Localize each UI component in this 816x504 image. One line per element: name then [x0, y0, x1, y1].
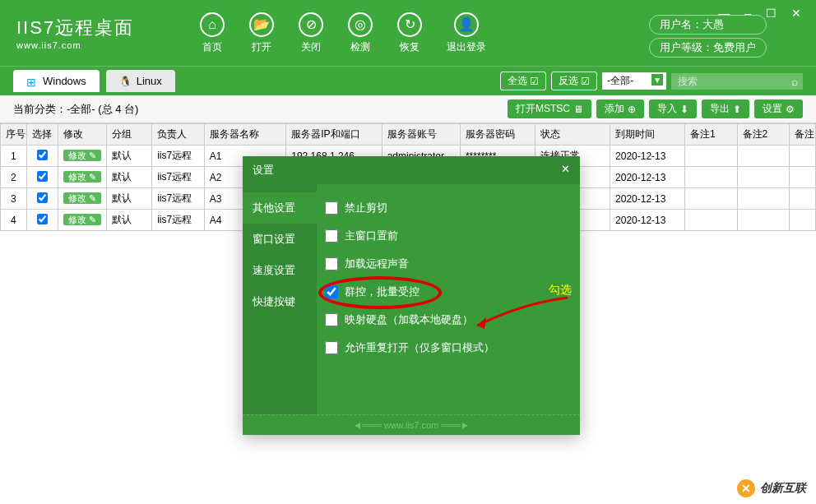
- row-checkbox[interactable]: [37, 150, 48, 160]
- cell-r1: [685, 210, 738, 231]
- plus-icon: ⊕: [628, 104, 636, 115]
- modal-tab-window[interactable]: 窗口设置: [243, 224, 317, 255]
- modify-button[interactable]: 修改: [63, 192, 101, 204]
- table-header-row: 序号 选择 修改 分组 负责人 服务器名称 服务器IP和端口 服务器账号 服务器…: [1, 124, 816, 146]
- watermark-icon: ✕: [737, 479, 755, 497]
- add-button[interactable]: 添加⊕: [596, 99, 644, 118]
- nav-recover[interactable]: ↻恢复: [397, 12, 422, 54]
- cell-select: [26, 188, 58, 210]
- row-checkbox[interactable]: [37, 214, 48, 224]
- modal-tab-shortcut[interactable]: 快捷按键: [243, 286, 317, 317]
- modal-close-icon[interactable]: ✕: [561, 163, 570, 178]
- cell-modify: 修改: [58, 146, 106, 167]
- invert-select-button[interactable]: 反选 ☑: [551, 72, 597, 90]
- open-icon: 📂: [249, 12, 274, 37]
- checkbox-main-top[interactable]: [325, 229, 338, 243]
- window-minimize-icon[interactable]: –: [744, 7, 751, 20]
- opt-remote-sound[interactable]: 加载远程声音: [325, 257, 572, 271]
- cell-group: 默认: [107, 210, 152, 231]
- cell-date: 2020-12-13: [610, 210, 685, 231]
- th-seq: 序号: [1, 124, 27, 146]
- th-remark2: 备注2: [737, 124, 790, 146]
- th-modify: 修改: [58, 124, 106, 146]
- modify-button[interactable]: 修改: [63, 214, 101, 225]
- app-header: IIS7远程桌面 www.iis7.com ⌂首页 📂打开 ⊘关闭 ◎检测 ↻恢…: [0, 0, 816, 66]
- export-icon: ⬆: [733, 104, 741, 115]
- nav-close[interactable]: ⊘关闭: [299, 12, 323, 54]
- settings-button[interactable]: 设置⚙: [754, 99, 803, 118]
- window-close-icon[interactable]: ✕: [791, 7, 801, 20]
- cell-modify: 修改: [58, 210, 106, 231]
- opt-allow-repeat[interactable]: 允许重复打开（仅多窗口模式）: [325, 340, 572, 355]
- th-remark1: 备注1: [685, 124, 738, 146]
- recover-icon: ↻: [397, 12, 422, 37]
- import-button[interactable]: 导入⬇: [649, 99, 697, 118]
- cell-r3: [790, 167, 816, 188]
- cell-r1: [685, 188, 738, 210]
- window-dash-icon[interactable]: —: [718, 7, 730, 20]
- linux-icon: [119, 75, 132, 87]
- checkbox-allow-repeat[interactable]: [325, 341, 338, 354]
- settings-modal: 设置 ✕ 其他设置 窗口设置 速度设置 快捷按键 禁止剪切 主窗口置前 加载远程…: [243, 156, 580, 435]
- cell-r2: [737, 146, 790, 167]
- cell-group: 默认: [107, 188, 152, 210]
- tab-windows[interactable]: Windows: [13, 70, 100, 92]
- cell-select: [26, 146, 58, 167]
- cell-r2: [737, 210, 790, 231]
- checkbox-group-control[interactable]: [325, 285, 338, 298]
- modal-tab-speed[interactable]: 速度设置: [243, 255, 317, 286]
- search-input[interactable]: [671, 73, 803, 90]
- opt-disable-cut[interactable]: 禁止剪切: [325, 201, 572, 215]
- modal-sidebar: 其他设置 窗口设置 速度设置 快捷按键: [243, 184, 317, 414]
- cell-date: 2020-12-13: [610, 188, 685, 210]
- checkbox-remote-sound[interactable]: [325, 257, 338, 270]
- export-button[interactable]: 导出⬆: [702, 99, 749, 118]
- modify-button[interactable]: 修改: [63, 171, 101, 183]
- cell-seq: 2: [1, 167, 27, 188]
- select-all-button[interactable]: 全选 ☑: [500, 72, 546, 90]
- cell-date: 2020-12-13: [610, 146, 685, 167]
- cell-seq: 3: [1, 188, 27, 210]
- opt-main-top[interactable]: 主窗口置前: [325, 229, 572, 243]
- th-group: 分组: [107, 124, 152, 146]
- row-checkbox[interactable]: [37, 192, 48, 203]
- cell-r3: [790, 210, 816, 231]
- th-remark3: 备注: [790, 124, 816, 146]
- tab-linux[interactable]: Linux: [106, 70, 175, 92]
- window-maximize-icon[interactable]: ☐: [766, 7, 777, 20]
- th-select: 选择: [26, 124, 58, 146]
- window-controls: — – ☐ ✕: [718, 7, 801, 20]
- row-checkbox[interactable]: [37, 171, 48, 182]
- cell-r3: [790, 146, 816, 167]
- cell-date: 2020-12-13: [610, 167, 685, 188]
- cell-r2: [737, 188, 790, 210]
- cell-owner: iis7远程: [152, 210, 205, 231]
- cell-owner: iis7远程: [152, 146, 205, 167]
- nav-logout[interactable]: 👤退出登录: [447, 12, 486, 54]
- th-status: 状态: [536, 124, 610, 146]
- modal-tab-other[interactable]: 其他设置: [243, 192, 317, 224]
- cell-seq: 1: [1, 146, 27, 167]
- nav-detect[interactable]: ◎检测: [348, 12, 373, 54]
- modal-footer: ◄═══ www.iis7.com ═══►: [243, 414, 580, 435]
- checkbox-map-disk[interactable]: [325, 313, 338, 326]
- th-expiry: 到期时间: [610, 124, 685, 146]
- toolbar: Windows Linux 全选 ☑ 反选 ☑ -全部-: [0, 66, 816, 95]
- import-icon: ⬇: [680, 104, 688, 115]
- cell-group: 默认: [107, 146, 152, 167]
- gear-icon: ⚙: [786, 104, 795, 115]
- nav-home[interactable]: ⌂首页: [200, 12, 225, 54]
- checkbox-disable-cut[interactable]: [325, 201, 338, 215]
- th-name: 服务器名称: [204, 124, 286, 146]
- th-owner: 负责人: [152, 124, 205, 146]
- cell-r1: [685, 167, 738, 188]
- cell-modify: 修改: [58, 167, 106, 188]
- nav-open[interactable]: 📂打开: [249, 12, 274, 54]
- modify-button[interactable]: 修改: [63, 150, 101, 161]
- cell-group: 默认: [107, 167, 152, 188]
- filter-select[interactable]: -全部-: [602, 72, 666, 90]
- opt-group-control[interactable]: 群控，批量受控: [325, 284, 572, 299]
- logo-subtitle: www.iis7.com: [16, 40, 134, 50]
- open-mstsc-button[interactable]: 打开MSTSC🖥: [508, 99, 591, 118]
- opt-map-disk[interactable]: 映射硬盘（加载本地硬盘）: [325, 312, 572, 327]
